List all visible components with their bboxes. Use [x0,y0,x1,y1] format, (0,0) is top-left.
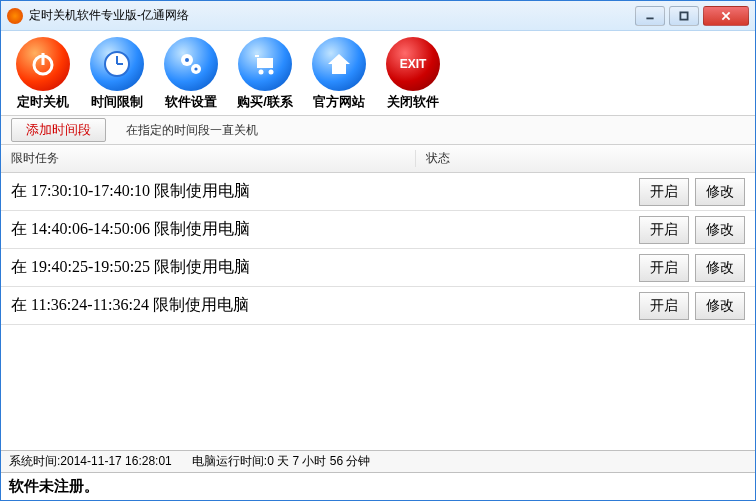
maximize-button[interactable] [669,6,699,26]
svg-point-16 [269,70,274,75]
svg-text:EXIT: EXIT [400,57,427,71]
row-actions: 开启修改 [639,178,745,206]
row-text: 在 11:36:24-11:36:24 限制使用电脑 [11,295,639,316]
col-task: 限时任务 [1,150,416,167]
toolbar-label: 关闭软件 [387,93,439,111]
clock-icon [90,37,144,91]
subbar: 添加时间段 在指定的时间段一直关机 [1,115,755,145]
col-status: 状态 [416,150,755,167]
start-button[interactable]: 开启 [639,178,689,206]
toolbar-item-cart[interactable]: 购买/联系 [233,37,297,111]
home-icon [312,37,366,91]
toolbar-label: 购买/联系 [237,93,293,111]
close-button[interactable] [703,6,749,26]
table-row: 在 19:40:25-19:50:25 限制使用电脑开启修改 [1,249,755,287]
toolbar: 定时关机时间限制软件设置购买/联系官方网站EXIT关闭软件 [1,31,755,115]
svg-point-12 [185,58,189,62]
power-icon [16,37,70,91]
titlebar[interactable]: 定时关机软件专业版-亿通网络 [1,1,755,31]
toolbar-item-clock[interactable]: 时间限制 [85,37,149,111]
register-status: 软件未注册。 [9,477,99,496]
edit-button[interactable]: 修改 [695,216,745,244]
minimize-button[interactable] [635,6,665,26]
svg-rect-14 [257,58,273,68]
status-bar: 系统时间:2014-11-17 16:28:01 电脑运行时间:0 天 7 小时… [1,450,755,472]
toolbar-item-power[interactable]: 定时关机 [11,37,75,111]
subbar-hint: 在指定的时间段一直关机 [126,122,258,139]
toolbar-item-gears[interactable]: 软件设置 [159,37,223,111]
svg-point-13 [194,67,197,70]
toolbar-label: 时间限制 [91,93,143,111]
uptime: 电脑运行时间:0 天 7 小时 56 分钟 [192,453,371,470]
gears-icon [164,37,218,91]
toolbar-label: 定时关机 [17,93,69,111]
footer: 软件未注册。 [1,472,755,500]
table-body: 在 17:30:10-17:40:10 限制使用电脑开启修改在 14:40:06… [1,173,755,450]
row-actions: 开启修改 [639,254,745,282]
toolbar-item-exit[interactable]: EXIT关闭软件 [381,37,445,111]
svg-rect-1 [680,12,687,19]
svg-marker-18 [328,54,350,74]
table-row: 在 17:30:10-17:40:10 限制使用电脑开启修改 [1,173,755,211]
cart-icon [238,37,292,91]
table-header: 限时任务 状态 [1,145,755,173]
svg-point-15 [259,70,264,75]
row-text: 在 17:30:10-17:40:10 限制使用电脑 [11,181,639,202]
start-button[interactable]: 开启 [639,216,689,244]
row-actions: 开启修改 [639,216,745,244]
row-text: 在 19:40:25-19:50:25 限制使用电脑 [11,257,639,278]
table-row: 在 11:36:24-11:36:24 限制使用电脑开启修改 [1,287,755,325]
app-window: 定时关机软件专业版-亿通网络 定时关机时间限制软件设置购买/联系官方网站EXIT… [0,0,756,501]
window-controls [635,6,749,26]
toolbar-item-home[interactable]: 官方网站 [307,37,371,111]
window-title: 定时关机软件专业版-亿通网络 [29,7,635,24]
row-actions: 开启修改 [639,292,745,320]
row-text: 在 14:40:06-14:50:06 限制使用电脑 [11,219,639,240]
start-button[interactable]: 开启 [639,292,689,320]
toolbar-label: 官方网站 [313,93,365,111]
toolbar-label: 软件设置 [165,93,217,111]
table-row: 在 14:40:06-14:50:06 限制使用电脑开启修改 [1,211,755,249]
systime: 系统时间:2014-11-17 16:28:01 [9,453,172,470]
app-icon [7,8,23,24]
add-timerange-button[interactable]: 添加时间段 [11,118,106,142]
edit-button[interactable]: 修改 [695,292,745,320]
exit-icon: EXIT [386,37,440,91]
edit-button[interactable]: 修改 [695,254,745,282]
start-button[interactable]: 开启 [639,254,689,282]
edit-button[interactable]: 修改 [695,178,745,206]
